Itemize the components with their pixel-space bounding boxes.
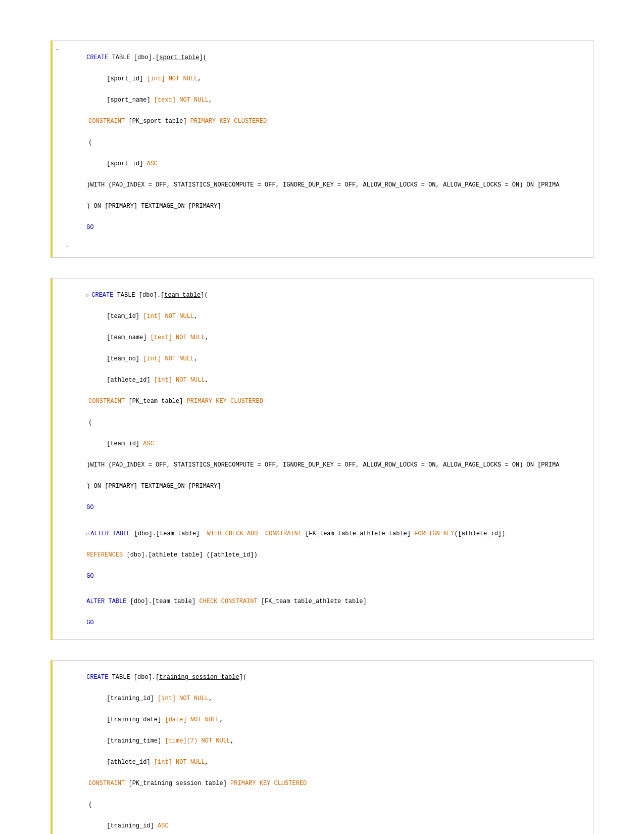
code-line: [training_time] [time](7) NOT NULL, — [65, 730, 585, 752]
code-line: [sport_id] [int] NOT NULL, — [65, 68, 585, 89]
code-line: ( — [65, 132, 585, 153]
code-line: CONSTRAINT [PK_training session table] P… — [65, 773, 585, 794]
code-line: [sport_id] ASC — [65, 153, 585, 174]
code-line: CREATE TABLE [dbo].[training session tab… — [65, 667, 585, 688]
code-line: [training_id] [int] NOT NULL, — [65, 688, 585, 709]
alter-line-1: ▷ALTER TABLE [dbo].[team table] WITH CHE… — [65, 523, 585, 544]
code-line: ) ON [PRIMARY] TEXTIMAGE_ON [PRIMARY] — [65, 196, 585, 217]
alter-line-2: REFERENCES [dbo].[athlete table] ([athle… — [65, 544, 585, 566]
code-line: [athlete_id] [int] NOT NULL, — [65, 369, 585, 391]
code-line: [athlete_id] [int] NOT NULL, — [65, 752, 585, 773]
code-line: [team_id] [int] NOT NULL, — [65, 306, 585, 327]
code-line: )WITH (PAD_INDEX = OFF, STATISTICS_NOREC… — [65, 174, 585, 196]
sport-table-section: − CREATE TABLE [dbo].[sport_table]( [spo… — [51, 40, 593, 258]
alter-go-2: GO — [65, 612, 585, 633]
code-line: [team_no] [int] NOT NULL, — [65, 348, 585, 369]
code-line: )WITH (PAD_INDEX = OFF, STATISTICS_NOREC… — [65, 454, 585, 476]
team-table-section: ▷CREATE TABLE [dbo].[team_table]( [team_… — [51, 278, 593, 640]
code-line: CREATE TABLE [dbo].[sport_table]( — [65, 47, 585, 68]
code-line: ( — [65, 412, 585, 433]
code-line: [team_name] [text] NOT NULL, — [65, 327, 585, 348]
code-line: CONSTRAINT [PK_sport table] PRIMARY KEY … — [65, 111, 585, 132]
collapse-icon-training[interactable]: − — [56, 667, 59, 672]
alter-line-3: ALTER TABLE [dbo].[team table] CHECK CON… — [65, 591, 585, 612]
collapse-icon-sport[interactable]: − — [56, 47, 59, 53]
code-line: [sport_name] [text] NOT NULL, — [65, 89, 585, 111]
code-line: [training_id] ASC — [65, 815, 585, 834]
code-line: GO — [65, 217, 585, 238]
code-line: ( — [65, 794, 585, 815]
code-line: ▷CREATE TABLE [dbo].[team_table]( — [65, 285, 585, 306]
code-line: CONSTRAINT [PK_team table] PRIMARY KEY C… — [65, 391, 585, 412]
alter-go-1: GO — [65, 566, 585, 587]
code-line: [training_date] [date] NOT NULL, — [65, 709, 585, 730]
code-line: GO — [65, 497, 585, 518]
code-line: [team_id] ASC — [65, 433, 585, 454]
training-session-section: − CREATE TABLE [dbo].[training session t… — [51, 660, 593, 834]
code-line: ) ON [PRIMARY] TEXTIMAGE_ON [PRIMARY] — [65, 476, 585, 497]
dot-marker: · — [65, 242, 585, 251]
